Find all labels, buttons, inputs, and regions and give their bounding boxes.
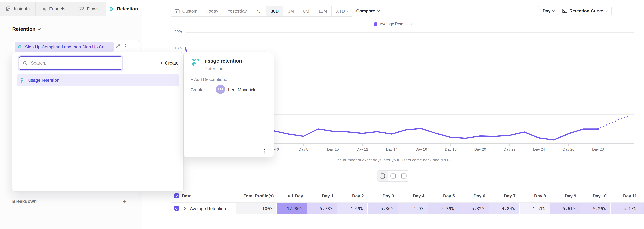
- column-header-total[interactable]: Total Profile(s): [236, 194, 276, 199]
- range-label: Custom: [182, 8, 198, 14]
- add-description-button[interactable]: + Add Description...: [190, 77, 228, 82]
- column-header[interactable]: Day 1: [307, 194, 337, 199]
- retention-cell[interactable]: 4.9%: [398, 203, 428, 214]
- search-field[interactable]: [19, 56, 122, 70]
- more-options-icon[interactable]: [264, 149, 265, 154]
- chart-view-button[interactable]: Retention Curve: [557, 6, 612, 16]
- chevron-down-icon: [377, 9, 380, 12]
- range-7d[interactable]: 7D: [251, 6, 266, 16]
- granularity-button[interactable]: Day: [538, 6, 559, 16]
- column-header[interactable]: Day 2: [338, 194, 368, 199]
- chevron-down-icon: [552, 9, 555, 12]
- chart-legend[interactable]: Average Retention: [142, 22, 644, 26]
- tab-label: Funnels: [49, 6, 65, 12]
- retention-cell[interactable]: 4.84%: [489, 203, 519, 214]
- column-header[interactable]: Day 4: [398, 194, 428, 199]
- retention-cell[interactable]: 5.61%: [550, 203, 580, 214]
- column-header[interactable]: Day 5: [428, 194, 458, 199]
- retention-icon: [18, 45, 22, 49]
- column-header[interactable]: Day 11: [611, 194, 641, 199]
- creator-label: Creator: [190, 87, 205, 92]
- column-header[interactable]: Day 6: [459, 194, 489, 199]
- chart-caption: The number of exact days later your User…: [142, 158, 644, 162]
- column-header[interactable]: < 1 Day: [277, 194, 307, 199]
- tab-retention[interactable]: Retention: [106, 2, 142, 16]
- last-point-marker: [597, 128, 599, 130]
- range-label: 6M: [303, 8, 309, 14]
- row-checkbox[interactable]: [174, 206, 179, 211]
- column-header[interactable]: Day 7: [489, 194, 519, 199]
- range-xtd[interactable]: XTD: [332, 6, 353, 16]
- x-axis-tick: [333, 144, 333, 146]
- search-result-item[interactable]: usage retention: [17, 74, 179, 86]
- range-label: 30D: [271, 8, 279, 14]
- retention-cell[interactable]: 5.36%: [368, 203, 398, 214]
- layout-panel-bottom-button[interactable]: [398, 170, 409, 181]
- layout-panel-top-button[interactable]: [388, 170, 398, 181]
- x-axis-tick: [392, 144, 392, 146]
- query-pill-label: Sign Up Completed and then Sign Up Co...: [25, 44, 108, 50]
- compare-button[interactable]: Compare: [352, 6, 384, 16]
- x-axis-tick: [539, 144, 539, 146]
- range-custom[interactable]: Custom: [170, 6, 202, 16]
- retention-icon: [192, 60, 199, 66]
- column-header[interactable]: Day 8: [520, 194, 550, 199]
- range-30d[interactable]: 30D: [266, 6, 283, 16]
- tab-label: Retention: [117, 6, 138, 12]
- retention-cell[interactable]: 5.26%: [580, 203, 610, 214]
- x-axis-tick: [598, 144, 598, 146]
- report-detail-popup: usage retention Retention + Add Descript…: [184, 52, 274, 157]
- range-yesterday[interactable]: Yesterday: [223, 6, 251, 16]
- range-label: Today: [206, 8, 218, 14]
- report-type-tabbar: Insights Funnels Flows Retention: [0, 2, 142, 16]
- layout-split-rows-button[interactable]: [377, 170, 388, 181]
- add-breakdown-button[interactable]: +: [123, 198, 126, 205]
- expand-icon[interactable]: [116, 44, 120, 49]
- create-button[interactable]: + Create: [160, 56, 178, 70]
- search-input[interactable]: [30, 60, 115, 66]
- tab-funnels[interactable]: Funnels: [36, 2, 71, 16]
- compare-label: Compare: [356, 8, 375, 14]
- retention-cell[interactable]: 17.86%: [277, 203, 307, 214]
- x-axis-label: Day 12: [351, 147, 374, 152]
- chart-view-label: Retention Curve: [569, 8, 603, 14]
- column-header[interactable]: Day 10: [580, 194, 610, 199]
- chevron-down-icon: [605, 9, 608, 12]
- legend-swatch: [374, 22, 377, 26]
- more-options-icon[interactable]: [125, 44, 126, 49]
- y-axis-label: 20%: [158, 30, 182, 34]
- retention-cell[interactable]: 5.17%: [611, 203, 641, 214]
- range-6m[interactable]: 6M: [298, 6, 314, 16]
- range-today[interactable]: Today: [202, 6, 223, 16]
- total-profiles-cell: 100%: [236, 203, 276, 214]
- retention-query-pill[interactable]: Sign Up Completed and then Sign Up Co...: [15, 42, 114, 52]
- select-all-checkbox[interactable]: [174, 193, 179, 198]
- retention-cell[interactable]: 5.78%: [307, 203, 337, 214]
- range-12m[interactable]: 12M: [314, 6, 332, 16]
- retention-cell[interactable]: 4.51%: [520, 203, 550, 214]
- tab-insights[interactable]: Insights: [0, 2, 36, 16]
- x-axis-tick: [362, 144, 362, 146]
- y-axis-label: 18%: [158, 46, 182, 50]
- retention-cell[interactable]: 5.39%: [428, 203, 458, 214]
- tab-flows[interactable]: Flows: [71, 2, 106, 16]
- column-header[interactable]: Day 9: [550, 194, 580, 199]
- range-3m[interactable]: 3M: [283, 6, 298, 16]
- layout-panel-bottom-icon: [401, 173, 407, 179]
- retention-report-page: Insights Funnels Flows Retention Retenti…: [0, 0, 644, 229]
- x-axis-tick: [303, 144, 304, 146]
- date-range-picker: CustomTodayYesterday7D30D3M6M12MXTD: [170, 6, 354, 16]
- x-axis-label: Day 14: [380, 147, 404, 152]
- column-header-date[interactable]: Date: [182, 194, 191, 199]
- x-axis-label: Day 10: [321, 147, 345, 152]
- expand-row-chevron-icon[interactable]: ›: [184, 205, 186, 211]
- x-axis-label: Day 16: [410, 147, 433, 152]
- row-label: Average Retention: [190, 206, 226, 211]
- section-title-retention[interactable]: Retention: [12, 26, 40, 32]
- column-header[interactable]: Day 3: [368, 194, 398, 199]
- granularity-label: Day: [542, 8, 550, 14]
- retention-cell[interactable]: 4.69%: [338, 203, 368, 214]
- retention-cell[interactable]: 5.32%: [459, 203, 489, 214]
- retention-icon: [110, 7, 115, 11]
- range-label: 7D: [256, 8, 262, 14]
